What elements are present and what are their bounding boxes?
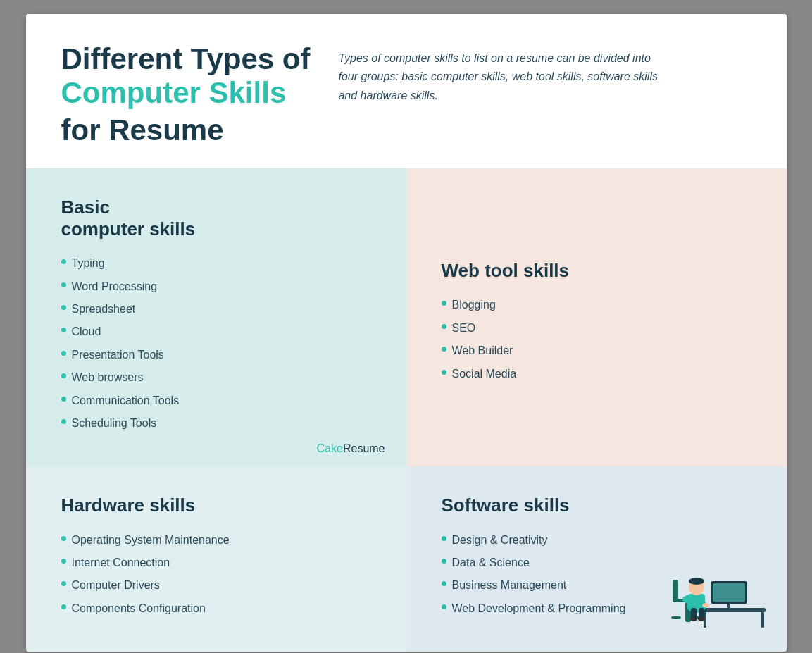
bullet-icon: [61, 328, 66, 332]
header-description-area: Types of computer skills to list on a re…: [338, 42, 751, 105]
svg-rect-6: [713, 583, 745, 602]
bullet-icon: [61, 259, 66, 264]
brand-resume: Resume: [343, 442, 385, 454]
list-item: SEO: [442, 321, 751, 336]
list-item: Presentation Tools: [61, 347, 371, 363]
svg-point-19: [690, 617, 697, 621]
web-skills-list: Blogging SEO Web Builder Social Media: [442, 297, 751, 389]
skills-grid: Basiccomputer skills Typing Word Process…: [26, 168, 787, 652]
bullet-icon: [442, 301, 446, 306]
quadrant-hardware: Hardware skills Operating System Mainten…: [26, 466, 406, 652]
list-item: Web Builder: [442, 343, 751, 359]
list-item: Operating System Maintenance: [61, 533, 371, 548]
basic-title: Basiccomputer skills: [61, 197, 371, 240]
bullet-icon: [61, 604, 66, 609]
quadrant-web: Web tool skills Blogging SEO Web Builder…: [406, 168, 787, 467]
bullet-icon: [61, 305, 66, 310]
svg-rect-9: [671, 616, 681, 619]
main-card: Different Types of Computer Skills for R…: [26, 14, 787, 652]
header-description: Types of computer skills to list on a re…: [338, 49, 662, 105]
list-item: Computer Drivers: [61, 578, 371, 593]
bullet-icon: [442, 536, 446, 541]
list-item: Cloud: [61, 324, 371, 340]
basic-skills-list: Typing Word Processing Spreadsheet Cloud…: [61, 256, 371, 431]
list-item: Web browsers: [61, 370, 371, 385]
bullet-icon: [61, 282, 66, 287]
list-item: Communication Tools: [61, 393, 371, 409]
title-line1: Different Types of: [61, 42, 311, 76]
svg-point-16: [689, 578, 704, 585]
bullet-icon: [61, 419, 66, 424]
quadrant-software: Software skills Design & Creativity Data…: [406, 466, 787, 652]
hardware-title: Hardware skills: [61, 495, 371, 516]
hardware-skills-list: Operating System Maintenance Internet Co…: [61, 533, 371, 617]
bullet-icon: [442, 347, 446, 352]
list-item: Social Media: [442, 366, 751, 382]
bullet-icon: [61, 373, 66, 378]
bullet-icon: [61, 536, 66, 541]
quadrant-basic: Basiccomputer skills Typing Word Process…: [26, 168, 406, 467]
bullet-icon: [442, 604, 446, 609]
bullet-icon: [442, 581, 446, 586]
svg-point-20: [698, 617, 705, 621]
bullet-icon: [442, 559, 446, 564]
title-line2: for Resume: [61, 113, 311, 147]
bullet-icon: [442, 370, 446, 375]
header-section: Different Types of Computer Skills for R…: [26, 14, 787, 168]
list-item: Spreadsheet: [61, 301, 371, 317]
list-item: Internet Connection: [61, 555, 371, 571]
svg-point-14: [702, 603, 709, 607]
svg-rect-4: [722, 608, 736, 610]
person-illustration: [660, 525, 773, 638]
list-item: Blogging: [442, 297, 751, 313]
software-title: Software skills: [442, 495, 751, 516]
svg-rect-2: [761, 612, 764, 628]
list-item: Typing: [61, 256, 371, 271]
title-highlight: Computer Skills: [61, 76, 311, 110]
bullet-icon: [61, 559, 66, 564]
cake-resume-logo: CakeResume: [317, 442, 385, 455]
brand-cake: Cake: [317, 442, 343, 454]
list-item: Components Configuration: [61, 601, 371, 616]
web-title: Web tool skills: [442, 260, 751, 282]
bullet-icon: [61, 581, 66, 586]
header-title-area: Different Types of Computer Skills for R…: [61, 42, 311, 147]
bullet-icon: [61, 351, 66, 356]
svg-rect-11: [673, 580, 678, 601]
list-item: Word Processing: [61, 279, 371, 294]
bullet-icon: [442, 324, 446, 329]
bullet-icon: [61, 397, 66, 402]
list-item: Scheduling Tools: [61, 416, 371, 431]
